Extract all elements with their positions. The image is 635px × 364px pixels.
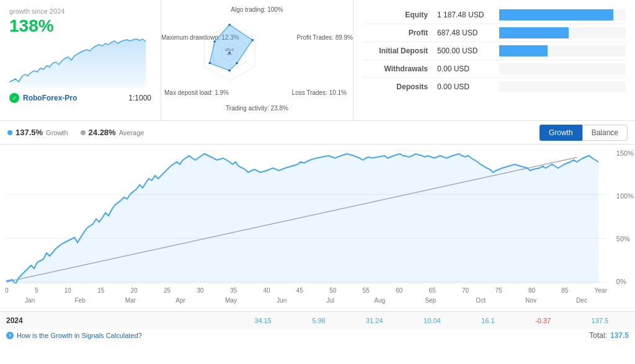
initial-deposit-value: 500.00 USD [437, 47, 499, 55]
growth-since-label: growth since 2024 [9, 7, 151, 15]
radar-profit-label: Profit Trades: 89.9% [296, 34, 353, 41]
svg-marker-6 [210, 25, 252, 71]
average-legend-dot [81, 130, 86, 135]
bottom-val-nov: -0.37 [535, 317, 551, 324]
x-label-25: 25 [164, 287, 171, 294]
growth-calc-link[interactable]: How is the Growth in Signals Calculated? [17, 332, 142, 339]
x-label-70: 70 [462, 287, 469, 294]
x-label-0: 0 [5, 287, 9, 294]
growth-legend-dot [7, 130, 12, 135]
stats-table: Equity 1 187.48 USD Profit 687.48 USD In… [363, 6, 626, 95]
x-label-45: 45 [296, 287, 303, 294]
growth-legend: 137.5% Growth [7, 128, 68, 137]
month-apr: Apr [175, 297, 185, 304]
svg-point-10 [236, 62, 238, 64]
month-jul: Jul [326, 297, 334, 304]
main-chart-svg [6, 151, 607, 283]
x-label-40: 40 [263, 287, 270, 294]
month-labels: Jan Feb Mar Apr May Jun Jul Aug Sep Oct … [5, 297, 607, 304]
y-label-50: 50% [616, 235, 634, 242]
footer: ? How is the Growth in Signals Calculate… [0, 329, 635, 342]
mini-chart [9, 38, 146, 88]
svg-point-12 [208, 62, 211, 64]
stats-panel: Equity 1 187.48 USD Profit 687.48 USD In… [353, 0, 635, 120]
growth-legend-value: 137.5% [16, 128, 43, 137]
withdrawals-bar-container [499, 63, 626, 74]
svg-text:100+S: 100+S [225, 48, 234, 51]
month-oct: Oct [476, 297, 486, 304]
initial-deposit-row: Initial Deposit 500.00 USD [363, 42, 626, 60]
bottom-val-jul: 5.98 [312, 317, 325, 324]
average-legend: 24.28% Average [81, 128, 144, 137]
broker-info: RoboForex-Pro 1:1000 [9, 93, 151, 103]
deposits-bar-container [499, 81, 626, 92]
x-label-60: 60 [396, 287, 402, 294]
x-axis-labels: 0 5 10 15 20 25 30 35 40 45 50 55 60 65 … [5, 287, 607, 294]
average-legend-label: Average [119, 129, 144, 136]
month-sep: Sep [425, 297, 436, 304]
month-jun: Jun [277, 297, 286, 304]
bottom-val-sep: 10.04 [424, 317, 441, 324]
month-feb: Feb [74, 297, 85, 304]
deposits-row: Deposits 0.00 USD [363, 78, 626, 95]
view-toggle: Growth Balance [540, 125, 628, 141]
deposits-value: 0.00 USD [437, 82, 499, 91]
radar-loss-label: Loss Trades: 10.1% [292, 89, 347, 96]
initial-deposit-bar-container [499, 45, 626, 56]
x-label-85: 85 [561, 287, 568, 294]
total-value: 137.5 [610, 331, 629, 340]
bottom-val-oct: 16.1 [481, 317, 494, 324]
withdrawals-value: 0.00 USD [437, 64, 499, 73]
initial-deposit-label: Initial Deposit [363, 47, 437, 55]
month-may: May [225, 297, 237, 304]
x-label-75: 75 [495, 287, 502, 294]
deposits-label: Deposits [363, 82, 437, 91]
month-nov: Nov [525, 297, 536, 304]
broker-name: RoboForex-Pro [23, 94, 77, 102]
profit-value: 687.48 USD [437, 29, 499, 37]
x-label-55: 55 [363, 287, 370, 294]
x-label-20: 20 [131, 287, 138, 294]
profit-bar [499, 27, 569, 38]
month-aug: Aug [374, 297, 385, 304]
month-jan: Jan [25, 297, 35, 304]
y-label-100: 100% [616, 192, 634, 200]
profit-bar-container [499, 27, 626, 38]
bottom-data-row: 2024 34.15 5.98 31.24 10.04 16.1 -0.37 1… [0, 312, 635, 329]
equity-value: 1 187.48 USD [437, 11, 499, 19]
svg-marker-21 [6, 154, 598, 283]
legend-items: 137.5% Growth 24.28% Average [7, 128, 144, 137]
x-label-15: 15 [97, 287, 104, 294]
x-label-50: 50 [329, 287, 336, 294]
month-mar: Mar [125, 297, 136, 304]
average-legend-value: 24.28% [89, 128, 116, 137]
equity-bar [499, 9, 613, 20]
main-chart-area: 150% 100% 50% 0% 0 5 10 15 20 25 30 35 4… [0, 144, 635, 312]
profit-label: Profit [363, 29, 437, 37]
svg-text:50%: 50% [227, 52, 233, 55]
controls-row: 137.5% Growth 24.28% Average Growth Bala… [0, 121, 635, 144]
bottom-year: 2024 [6, 316, 31, 325]
leverage-value: 1:1000 [128, 94, 151, 102]
radar-panel: Algo trading: 100% Profit Trades: 89.9% … [161, 0, 353, 120]
x-label-10: 10 [64, 287, 71, 294]
growth-button[interactable]: Growth [540, 125, 582, 141]
broker-check-icon [9, 93, 19, 103]
equity-row: Equity 1 187.48 USD [363, 6, 626, 24]
radar-algo-label: Algo trading: 100% [231, 6, 283, 13]
balance-button[interactable]: Balance [582, 125, 628, 141]
initial-deposit-bar [499, 45, 548, 56]
info-icon: ? [6, 332, 14, 339]
x-label-80: 80 [528, 287, 535, 294]
svg-point-8 [228, 24, 231, 26]
radar-trading-label: Trading activity: 23.8% [226, 105, 288, 112]
radar-chart: Algo trading: 100% Profit Trades: 89.9% … [167, 6, 347, 115]
withdrawals-row: Withdrawals 0.00 USD [363, 60, 626, 78]
x-label-30: 30 [197, 287, 204, 294]
growth-panel: growth since 2024 138% RoboForex-Pro 1:1… [0, 0, 161, 120]
equity-label: Equity [363, 11, 437, 19]
y-axis-labels: 150% 100% 50% 0% [616, 149, 634, 285]
radar-deposit-label: Max deposit load: 1.9% [164, 89, 229, 96]
bottom-values: 34.15 5.98 31.24 10.04 16.1 -0.37 137.5 [31, 317, 629, 324]
y-label-150: 150% [616, 149, 634, 157]
